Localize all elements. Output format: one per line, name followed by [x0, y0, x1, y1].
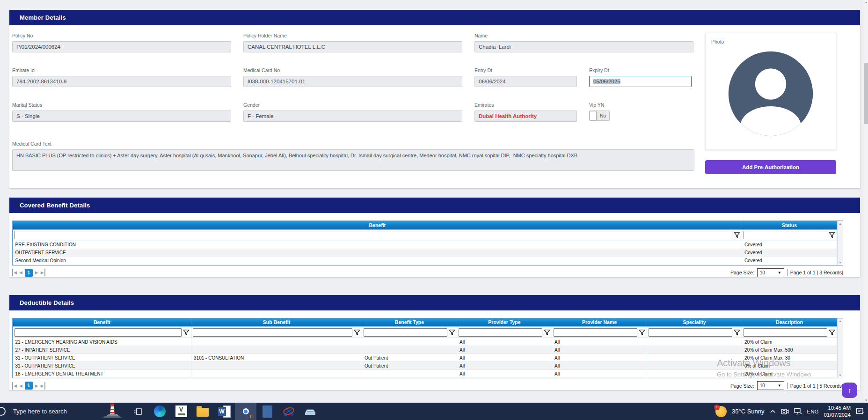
file-explorer-icon[interactable] — [192, 403, 213, 420]
benefit-type-filter-input[interactable] — [364, 328, 447, 337]
current-page-button[interactable]: 1 — [25, 382, 33, 390]
entry-dt-input[interactable] — [474, 76, 577, 87]
column-header-description[interactable]: Description — [742, 318, 837, 327]
filter-icon[interactable] — [354, 329, 360, 336]
column-header-benefit-type[interactable]: Benefit Type — [362, 318, 457, 327]
windows-taskbar: Type here to search V W j — [0, 403, 868, 420]
emirates-label: Emirates — [474, 102, 577, 108]
expiry-dt-input[interactable]: 05/06/2025 — [589, 76, 692, 87]
table-row[interactable]: Second Medical Opinion Covered — [13, 257, 837, 265]
show-hidden-icons-chevron[interactable] — [770, 409, 776, 413]
policy-no-input[interactable] — [12, 41, 231, 52]
filter-icon[interactable] — [544, 329, 550, 336]
filter-icon[interactable] — [639, 329, 645, 336]
first-page-button[interactable]: ◀ — [12, 269, 17, 276]
language-indicator[interactable]: ENG — [807, 409, 819, 414]
edge-icon[interactable] — [149, 403, 170, 420]
page-scrollbar[interactable]: ▲ ▼ — [864, 0, 868, 403]
speciality-filter-input[interactable] — [649, 328, 732, 337]
network-icon[interactable] — [794, 408, 802, 415]
calculator-icon[interactable] — [256, 403, 278, 420]
column-header-speciality[interactable]: Speciality — [647, 318, 742, 327]
task-view-button[interactable] — [127, 403, 149, 420]
previous-page-button[interactable]: ◀ — [19, 382, 22, 390]
table-row[interactable]: 27 - INPATIENT SERVICEAllAll20% of Claim… — [13, 346, 837, 354]
emirate-id-input[interactable] — [12, 76, 231, 87]
add-pre-authorization-button[interactable]: Add Pre-Authorization — [705, 160, 836, 174]
weather-icon[interactable]: 1 — [715, 406, 727, 417]
medical-card-no-label: Medical Card No — [243, 67, 462, 73]
deductible-section: Deductible Details Benefit Sub Benefit B… — [9, 295, 860, 391]
medical-card-text-input[interactable]: HN BASIC PLUS (OP restricted to clinics)… — [12, 149, 694, 171]
chevron-down-icon: ▼ — [778, 271, 781, 275]
filter-icon[interactable] — [734, 232, 740, 238]
sub-benefit-filter-input[interactable] — [193, 328, 352, 337]
filter-icon[interactable] — [829, 329, 835, 336]
column-header-sub-benefit[interactable]: Sub Benefit — [191, 318, 362, 327]
table-row[interactable]: 31 - OUTPATIENT SERVICE3101 - CONSULTATI… — [13, 354, 837, 362]
scrollbar-down-arrow[interactable]: ▼ — [864, 399, 868, 402]
provider-name-filter-input[interactable] — [554, 328, 637, 337]
current-page-button[interactable]: 1 — [25, 269, 33, 277]
vision-app-icon[interactable]: V — [170, 403, 192, 420]
vip-yn-toggle[interactable]: No — [589, 111, 610, 121]
taskbar-search[interactable]: Type here to search — [0, 403, 127, 420]
search-highlight-image — [100, 403, 124, 420]
filter-icon[interactable] — [829, 232, 835, 238]
member-avatar — [726, 49, 815, 138]
column-header-benefit[interactable]: Benefit — [13, 318, 191, 327]
policy-holder-name-label: Policy Holder Name — [243, 33, 462, 38]
emirate-id-label: Emirate Id — [12, 67, 231, 73]
scrollbar-thumb[interactable] — [864, 63, 868, 124]
medical-card-no-input[interactable] — [243, 76, 462, 87]
column-header-provider-name[interactable]: Provider Name — [552, 318, 647, 327]
column-header-status[interactable]: Status — [742, 221, 837, 229]
chevron-down-icon: ▼ — [778, 383, 781, 388]
page-size-select[interactable]: 10▼ — [757, 268, 784, 277]
scrollbar-up-arrow[interactable]: ▲ — [864, 1, 868, 4]
filter-icon[interactable] — [449, 329, 455, 336]
table-row[interactable]: PRE-EXISTING CONDITION Covered — [13, 241, 837, 249]
clock-date: 01/07/2024 — [824, 412, 851, 419]
page-size-select[interactable]: 10▼ — [757, 381, 784, 390]
notification-badge: 1 — [714, 405, 720, 410]
marital-status-input[interactable] — [12, 111, 231, 122]
last-page-button[interactable]: ▶ — [41, 269, 45, 276]
chrome-icon[interactable]: j — [235, 403, 256, 420]
name-input[interactable] — [474, 41, 693, 52]
meet-now-icon[interactable] — [781, 408, 789, 415]
benefit-filter-input[interactable] — [15, 328, 182, 337]
emirates-input[interactable] — [474, 111, 577, 122]
word-icon[interactable]: W — [213, 403, 235, 420]
table-scrollbar[interactable]: ▲▼ — [837, 318, 843, 378]
weather-text[interactable]: 35°C Sunny — [732, 408, 765, 415]
scroll-to-top-button[interactable]: ↑ — [842, 383, 857, 398]
table-row[interactable]: OUTPATIENT SERVICE Covered — [13, 249, 837, 257]
gender-label: Gender — [243, 102, 462, 108]
status-filter-input[interactable] — [744, 231, 827, 239]
policy-holder-name-input[interactable] — [243, 41, 462, 52]
table-scrollbar[interactable]: ▲▼ — [837, 221, 843, 265]
first-page-button[interactable]: ◀ — [12, 382, 17, 390]
next-page-button[interactable]: ▶ — [35, 382, 38, 390]
covered-pager: ◀ ◀ 1 ▶ ▶ — [12, 269, 45, 277]
next-page-button[interactable]: ▶ — [35, 269, 38, 276]
previous-page-button[interactable]: ◀ — [19, 269, 22, 276]
scanner-app-icon[interactable] — [299, 403, 321, 420]
taskbar-clock[interactable]: 10:45 AM 01/07/2024 — [824, 405, 851, 419]
expiry-dt-selected-text: 05/06/2025 — [593, 79, 620, 84]
column-header-benefit[interactable]: Benefit — [13, 221, 742, 229]
last-page-button[interactable]: ▶ — [41, 382, 45, 390]
table-row[interactable]: 31 - OUTPATIENT SERVICEOut PatientAllAll… — [13, 362, 837, 370]
table-row[interactable]: 21 - EMERGENCY HEARING AND VISION AIDSAl… — [13, 338, 837, 346]
provider-type-filter-input[interactable] — [459, 328, 542, 337]
benefit-filter-input[interactable] — [15, 231, 732, 239]
gender-input[interactable] — [243, 111, 462, 122]
filter-icon[interactable] — [183, 329, 190, 336]
snipping-tool-icon[interactable] — [278, 403, 299, 420]
table-row[interactable]: 18 - EMERGENCY DENTAL TREATMENTAllAll20%… — [13, 370, 837, 378]
filter-icon[interactable] — [734, 329, 740, 336]
column-header-provider-type[interactable]: Provider Type — [457, 318, 552, 327]
description-filter-input[interactable] — [744, 328, 827, 337]
action-center-icon[interactable] — [856, 407, 864, 415]
